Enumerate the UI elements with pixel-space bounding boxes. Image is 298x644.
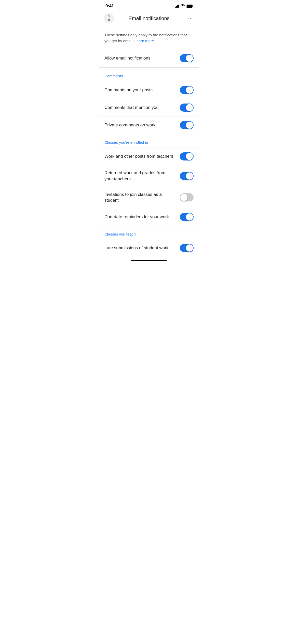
comments-mention-label: Comments that mention you	[104, 105, 180, 111]
comments-mention-toggle[interactable]	[180, 104, 194, 112]
home-indicator	[99, 257, 199, 263]
signal-icon	[175, 5, 179, 8]
toggle-knob	[186, 55, 193, 62]
comments-section-header: Comments	[99, 68, 199, 81]
teach-late-label: Late submissions of student work	[104, 245, 180, 251]
allow-email-row: Allow email notifications	[99, 49, 199, 68]
enrolled-section: Classes you're enrolled in Work and othe…	[99, 134, 199, 226]
enrolled-posts-row: Work and other posts from teachers	[99, 148, 199, 165]
back-arrow-icon: ‹	[108, 16, 110, 21]
comments-posts-toggle[interactable]	[180, 86, 194, 94]
wifi-icon	[181, 4, 185, 8]
comments-posts-row: Comments on your posts	[99, 81, 199, 99]
enrolled-due-label: Due-date reminders for your work	[104, 214, 180, 220]
home-bar	[131, 260, 167, 261]
allow-email-label: Allow email notifications	[104, 56, 150, 61]
enrolled-invitations-label: Invitations to join classes as a student	[104, 192, 180, 204]
info-text: These settings only apply to the notific…	[104, 33, 187, 43]
teach-section: Classes you teach Late submissions of st…	[99, 226, 199, 257]
back-button[interactable]: ‹	[103, 13, 115, 24]
status-bar: 9:41	[99, 0, 199, 11]
comments-section: Comments Comments on your posts Comments…	[99, 68, 199, 134]
teach-late-toggle[interactable]	[180, 244, 194, 252]
battery-icon	[186, 5, 193, 8]
teach-late-row: Late submissions of student work	[99, 239, 199, 257]
enrolled-grades-row: Returned work and grades from your teach…	[99, 165, 199, 187]
more-icon: ···	[186, 15, 192, 22]
enrolled-due-toggle[interactable]	[180, 213, 194, 221]
enrolled-due-row: Due-date reminders for your work	[99, 208, 199, 226]
enrolled-invitations-row: Invitations to join classes as a student	[99, 187, 199, 208]
allow-email-toggle[interactable]	[180, 54, 194, 62]
enrolled-section-header: Classes you're enrolled in	[99, 134, 199, 148]
status-time: 9:41	[105, 4, 114, 9]
status-icons	[175, 4, 193, 8]
enrolled-posts-label: Work and other posts from teachers	[104, 153, 180, 159]
enrolled-grades-toggle[interactable]	[180, 172, 194, 180]
nav-bar: ‹ Email notifications ···	[99, 11, 199, 27]
comments-mention-row: Comments that mention you	[99, 99, 199, 116]
comments-private-toggle[interactable]	[180, 121, 194, 129]
page-title: Email notifications	[115, 16, 183, 21]
enrolled-invitations-toggle[interactable]	[180, 193, 194, 201]
comments-private-row: Private comments on work	[99, 116, 199, 134]
comments-private-label: Private comments on work	[104, 122, 180, 128]
enrolled-posts-toggle[interactable]	[180, 152, 194, 160]
info-section: These settings only apply to the notific…	[99, 27, 199, 49]
comments-posts-label: Comments on your posts	[104, 87, 180, 93]
teach-section-header: Classes you teach	[99, 226, 199, 239]
more-options-button[interactable]: ···	[183, 13, 195, 24]
enrolled-grades-label: Returned work and grades from your teach…	[104, 170, 180, 182]
learn-more-link[interactable]: Learn more	[134, 39, 154, 43]
